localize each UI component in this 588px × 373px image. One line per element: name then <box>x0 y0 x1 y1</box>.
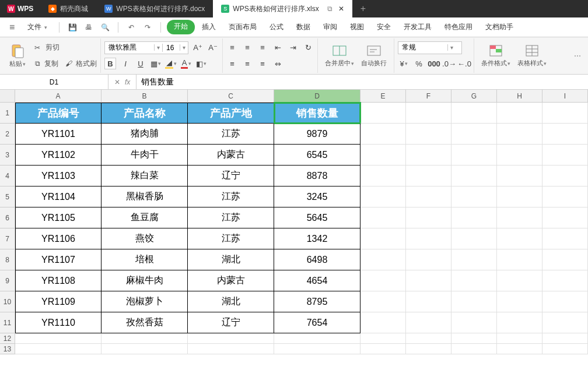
row-header[interactable]: 12 <box>0 333 15 344</box>
cell[interactable] <box>406 312 452 333</box>
cell[interactable]: 鱼豆腐 <box>102 207 188 228</box>
bold-button[interactable]: B <box>104 58 116 69</box>
column-header[interactable]: H <box>497 90 542 102</box>
save-icon[interactable]: 💾 <box>65 20 79 34</box>
cell[interactable]: 8795 <box>274 291 360 312</box>
cell[interactable]: YR1106 <box>15 228 102 249</box>
cell[interactable]: 6545 <box>274 145 360 166</box>
align-top-icon[interactable]: ≡ <box>226 42 238 54</box>
cell[interactable] <box>188 333 274 344</box>
currency-icon[interactable]: ¥▾ <box>398 58 410 69</box>
cell[interactable] <box>542 312 588 333</box>
shrink-font-button[interactable]: A⁻ <box>207 42 219 54</box>
cell[interactable] <box>188 344 274 354</box>
cell[interactable] <box>360 270 406 291</box>
cell[interactable] <box>102 344 188 354</box>
cell[interactable] <box>497 333 542 344</box>
cell[interactable] <box>360 333 406 344</box>
cell[interactable]: 泡椒萝卜 <box>102 291 188 312</box>
cell[interactable] <box>406 166 452 186</box>
cell[interactable]: 麻椒牛肉 <box>102 270 188 291</box>
print-icon[interactable]: 🖶 <box>82 20 96 34</box>
copy-button[interactable]: ⧉复制 <box>33 59 58 69</box>
font-size-select[interactable]: 16 <box>162 44 180 52</box>
cell[interactable] <box>15 344 102 354</box>
column-header[interactable]: A <box>15 90 102 102</box>
menu-tab[interactable]: 公式 <box>264 20 289 34</box>
cell[interactable] <box>406 344 452 354</box>
cell[interactable] <box>452 124 497 145</box>
wrap-text-button[interactable]: 自动换行 <box>358 40 390 72</box>
cell[interactable]: YR1109 <box>15 291 102 312</box>
cell[interactable]: YR1103 <box>15 166 102 186</box>
menu-tab[interactable]: 审阅 <box>317 20 343 34</box>
inc-decimal-icon[interactable]: .0→ <box>443 58 455 69</box>
table-style-button[interactable]: 表格样式▾ <box>514 40 550 72</box>
indent-inc-icon[interactable]: ⇥ <box>287 42 299 54</box>
row-header[interactable]: 13 <box>0 344 15 354</box>
cell[interactable] <box>452 270 497 291</box>
font-name-select[interactable]: 微软雅黑▾16▾ <box>104 41 188 54</box>
cell[interactable] <box>497 124 542 145</box>
redo-icon[interactable]: ↷ <box>141 20 155 34</box>
cell[interactable] <box>497 291 542 312</box>
align-bottom-icon[interactable]: ≡ <box>257 42 268 54</box>
row-header[interactable]: 5 <box>0 186 15 207</box>
cell[interactable] <box>542 228 588 249</box>
cell[interactable] <box>497 312 542 333</box>
cell[interactable] <box>360 249 406 270</box>
cell[interactable] <box>274 344 360 354</box>
cell[interactable]: 江苏 <box>188 228 274 249</box>
cell[interactable]: 9879 <box>274 124 360 145</box>
cell[interactable] <box>360 186 406 207</box>
italic-button[interactable]: I <box>120 58 131 69</box>
row-header[interactable]: 11 <box>0 312 15 333</box>
print-preview-icon[interactable]: 🔍 <box>98 20 112 34</box>
cell[interactable] <box>452 312 497 333</box>
row-header[interactable]: 10 <box>0 291 15 312</box>
cell[interactable] <box>542 124 588 145</box>
cell[interactable] <box>360 228 406 249</box>
cell[interactable]: 孜然香菇 <box>102 312 188 333</box>
cell-ref-input[interactable] <box>0 78 108 86</box>
indent-dec-icon[interactable]: ⇤ <box>272 42 284 54</box>
menu-tab[interactable]: 特色应用 <box>439 20 478 34</box>
cell[interactable] <box>274 333 360 344</box>
menu-tab[interactable]: 开发工具 <box>398 20 438 34</box>
spreadsheet-grid[interactable]: ABCDEFGHI 1产品编号产品名称产品产地销售数量2YR1101猪肉脯江苏9… <box>0 90 588 373</box>
column-header[interactable]: E <box>360 90 406 102</box>
file-menu[interactable]: 文件▾ <box>22 21 53 33</box>
grow-font-button[interactable]: A⁺ <box>192 42 204 54</box>
cell[interactable] <box>406 228 452 249</box>
cell[interactable] <box>360 124 406 145</box>
hamburger-icon[interactable]: ≡ <box>5 22 19 33</box>
row-header[interactable]: 4 <box>0 166 15 186</box>
cell[interactable]: 内蒙古 <box>188 270 274 291</box>
cell[interactable]: 江苏 <box>188 186 274 207</box>
menu-tab[interactable]: 插入 <box>196 20 222 34</box>
merge-split-icon[interactable]: ⇔ <box>272 58 284 69</box>
menu-tab[interactable]: 视图 <box>344 20 370 34</box>
cell[interactable]: 江苏 <box>188 124 274 145</box>
cell[interactable] <box>497 103 542 124</box>
cell[interactable] <box>406 124 452 145</box>
cell[interactable] <box>542 103 588 124</box>
cell[interactable] <box>542 186 588 207</box>
cell[interactable]: 湖北 <box>188 291 274 312</box>
font-color-button[interactable]: A▾ <box>180 58 192 69</box>
row-header[interactable]: 2 <box>0 124 15 145</box>
cell[interactable] <box>360 145 406 166</box>
cell[interactable]: 产品编号 <box>15 103 102 124</box>
menu-tab[interactable]: 页面布局 <box>223 20 262 34</box>
align-center-icon[interactable]: ≡ <box>242 58 253 69</box>
cell[interactable] <box>542 207 588 228</box>
ribbon-expand-icon[interactable]: ⋯ <box>569 38 586 73</box>
row-header[interactable]: 3 <box>0 145 15 166</box>
wps-logo[interactable]: W WPS <box>0 0 40 17</box>
row-header[interactable]: 7 <box>0 228 15 249</box>
close-tab-icon[interactable]: ✕ <box>338 5 344 13</box>
underline-button[interactable]: U <box>135 58 146 69</box>
cell[interactable]: 内蒙古 <box>188 145 274 166</box>
menu-tab[interactable]: 开始 <box>167 20 195 34</box>
cell[interactable] <box>497 228 542 249</box>
